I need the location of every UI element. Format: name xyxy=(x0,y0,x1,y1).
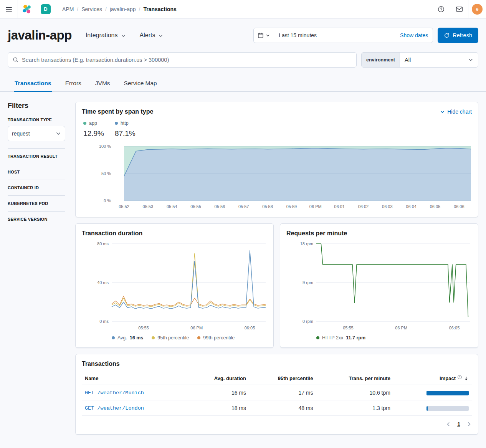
column-header-avg-duration[interactable]: Avg. duration xyxy=(187,372,249,385)
span-type-area-chart[interactable]: 100 %50 %0 %05:5205:5305:5405:5505:5605:… xyxy=(82,141,472,211)
search-row: environment All xyxy=(8,52,478,68)
svg-text:05:56: 05:56 xyxy=(215,204,225,209)
svg-text:06:06: 06:06 xyxy=(454,204,465,209)
legend-item-95th[interactable]: 95th percentile xyxy=(152,335,189,341)
table-row: GET /weather/London 18 ms 48 ms 1.3 tpm xyxy=(82,400,472,416)
svg-text:06:04: 06:04 xyxy=(406,204,417,209)
svg-text:05:55: 05:55 xyxy=(190,204,201,209)
tab-transactions[interactable]: Transactions xyxy=(14,76,52,92)
filter-section-container-id[interactable]: CONTAINER ID xyxy=(8,180,65,196)
cell-avg-duration: 18 ms xyxy=(187,400,249,416)
tab-errors[interactable]: Errors xyxy=(64,76,82,92)
transaction-type-label: TRANSACTION TYPE xyxy=(8,117,65,122)
requests-per-minute-chart[interactable]: 18 rpm9 rpm0 rpm05:5506 PM06:05 xyxy=(286,240,472,332)
time-spent-by-span-type-panel: Time spent by span type Hide chart app 1… xyxy=(75,102,478,217)
svg-text:100 %: 100 % xyxy=(99,144,111,149)
filter-section-service-version[interactable]: SERVICE VERSION xyxy=(8,212,65,227)
breadcrumb-service[interactable]: javalin-app xyxy=(110,6,136,12)
cell-tpm: 10.6 tpm xyxy=(316,385,393,400)
refresh-button[interactable]: Refresh xyxy=(438,28,478,43)
help-icon xyxy=(438,6,445,13)
p95-legend-dot xyxy=(152,336,155,339)
chevron-down-icon xyxy=(266,33,270,38)
impact-bar xyxy=(426,391,469,395)
column-header-tpm[interactable]: Trans. per minute xyxy=(316,372,393,385)
svg-text:06:05: 06:05 xyxy=(449,326,460,330)
hide-chart-button[interactable]: Hide chart xyxy=(440,109,472,115)
avg-legend-value: 16 ms xyxy=(130,335,143,341)
transaction-link-london[interactable]: GET /weather/London xyxy=(85,405,144,411)
tab-service-map[interactable]: Service Map xyxy=(123,76,158,92)
environment-select[interactable]: All xyxy=(400,53,478,67)
environment-filter: environment All xyxy=(361,52,478,68)
main-content: Time spent by span type Hide chart app 1… xyxy=(75,102,478,441)
alerts-menu-button[interactable]: Alerts xyxy=(140,32,164,39)
svg-text:06 PM: 06 PM xyxy=(190,326,203,330)
show-dates-button[interactable]: Show dates xyxy=(395,32,433,38)
page-number-1[interactable]: 1 xyxy=(455,420,463,428)
p99-legend-label: 99th percentile xyxy=(203,335,235,341)
transaction-link-munich[interactable]: GET /weather/Munich xyxy=(85,390,144,396)
tab-jvms[interactable]: JVMs xyxy=(94,76,111,92)
transaction-type-select[interactable]: request xyxy=(8,126,65,141)
cell-95th-percentile: 17 ms xyxy=(249,385,316,400)
span-panel-title: Time spent by span type xyxy=(82,108,153,115)
alerts-label: Alerts xyxy=(140,32,155,39)
app-legend-dot xyxy=(83,122,86,125)
quick-select-menu-button[interactable] xyxy=(254,28,274,43)
filter-section-host[interactable]: HOST xyxy=(8,164,65,180)
svg-text:9 rpm: 9 rpm xyxy=(303,280,313,285)
filter-section-kubernetes-pod[interactable]: KUBERNETES POD xyxy=(8,196,65,212)
filter-section-transaction-result[interactable]: TRANSACTION RESULT xyxy=(8,149,65,164)
breadcrumb-apm[interactable]: APM xyxy=(62,6,74,12)
column-header-95th-percentile[interactable]: 95th percentile xyxy=(249,372,316,385)
legend-item-avg[interactable]: Avg. 16 ms xyxy=(112,335,143,341)
avg-legend-dot xyxy=(112,336,115,339)
legend-item-app[interactable]: app xyxy=(83,121,104,126)
legend-item-http[interactable]: http xyxy=(115,121,136,126)
page-header: javalin-app Integrations Alerts Last 15 … xyxy=(0,18,486,43)
impact-bar-fill xyxy=(426,406,428,411)
http-legend-dot xyxy=(115,122,118,125)
svg-text:0 ms: 0 ms xyxy=(99,319,109,324)
impact-label: Impact xyxy=(440,375,456,381)
column-header-name[interactable]: Name xyxy=(82,372,187,385)
svg-text:05:53: 05:53 xyxy=(143,204,154,209)
date-picker: Last 15 minutes Show dates xyxy=(253,28,433,43)
service-tabs: Transactions Errors JVMs Service Map xyxy=(0,76,486,92)
svg-text:06:05: 06:05 xyxy=(245,326,255,330)
app-legend-label: app xyxy=(89,121,97,126)
time-range-value[interactable]: Last 15 minutes xyxy=(274,32,395,38)
breadcrumb-services[interactable]: Services xyxy=(81,6,102,12)
legend-item-99th[interactable]: 99th percentile xyxy=(197,335,235,341)
elastic-logo[interactable] xyxy=(18,0,36,18)
breadcrumb: APM / Services / javalin-app / Transacti… xyxy=(62,0,177,18)
hide-chart-label: Hide chart xyxy=(447,109,472,115)
search-icon xyxy=(13,57,19,63)
user-menu-button[interactable]: e xyxy=(468,0,486,18)
cell-avg-duration: 16 ms xyxy=(187,385,249,400)
notifications-button[interactable] xyxy=(450,0,468,18)
calendar-icon xyxy=(258,32,264,38)
help-button[interactable] xyxy=(432,0,450,18)
svg-text:06:03: 06:03 xyxy=(382,204,393,209)
search-input[interactable] xyxy=(22,57,352,63)
column-header-impact[interactable]: Impact xyxy=(393,372,472,385)
transaction-duration-chart[interactable]: 80 ms40 ms0 ms05:5506 PM06:05 xyxy=(82,240,267,332)
svg-text:80 ms: 80 ms xyxy=(97,241,109,246)
p95-legend-label: 95th percentile xyxy=(157,335,189,341)
previous-page-button[interactable] xyxy=(446,422,451,427)
chevron-left-icon xyxy=(446,422,451,427)
integrations-menu-button[interactable]: Integrations xyxy=(86,32,126,39)
top-navigation-bar: D APM / Services / javalin-app / Transac… xyxy=(0,0,486,18)
next-page-button[interactable] xyxy=(466,422,472,427)
rpm-legend: HTTP 2xx 11.7 rpm xyxy=(316,335,472,341)
chevron-right-icon xyxy=(466,422,472,427)
menu-button[interactable] xyxy=(0,0,18,18)
legend-item-http2xx[interactable]: HTTP 2xx 11.7 rpm xyxy=(316,335,365,341)
svg-text:05:52: 05:52 xyxy=(119,204,129,209)
duration-panel-title: Transaction duration xyxy=(82,230,267,237)
space-badge[interactable]: D xyxy=(41,4,51,14)
chevron-down-icon xyxy=(158,33,163,38)
rpm-panel-title: Requests per minute xyxy=(286,230,472,237)
